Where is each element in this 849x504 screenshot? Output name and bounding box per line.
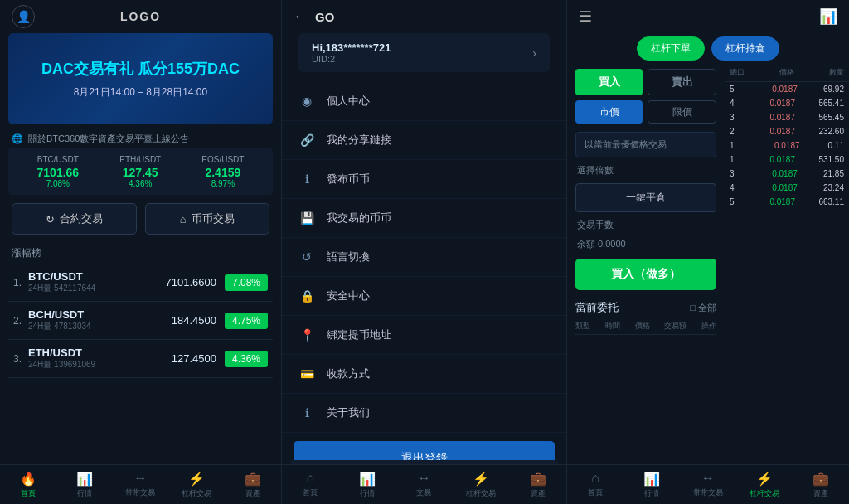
coin-trading-btn[interactable]: ⌂ 币币交易 xyxy=(145,203,270,235)
rank-pair: ETH/USDT xyxy=(28,346,172,359)
tab-leverage-position[interactable]: 杠杆持倉 xyxy=(711,36,779,61)
right-nav-coin[interactable]: ↔ 带带交易 xyxy=(680,465,736,504)
list-item[interactable]: 2 0.0187 232.60 xyxy=(725,124,849,138)
ob-qty: 0.11 xyxy=(828,141,844,150)
contract-label: 合約交易 xyxy=(60,211,103,226)
buy-main-button[interactable]: 買入（做多） xyxy=(575,259,716,290)
table-row[interactable]: 1. BTC/USDT 24H量 542117644 7101.6600 7.0… xyxy=(8,264,273,302)
action-row: ↻ 合約交易 ⌂ 币币交易 xyxy=(0,195,281,243)
user-header[interactable]: Hi,183*******721 UID:2 › xyxy=(298,33,550,72)
menu-label-language: 語言切換 xyxy=(327,250,370,264)
chevron-right-icon: › xyxy=(532,46,536,60)
list-item[interactable]: 5 0.0187 663.11 xyxy=(725,195,849,209)
ob-qty: 69.92 xyxy=(823,85,844,94)
buy-tab[interactable]: 買入 xyxy=(575,69,643,95)
right-nav-assets[interactable]: 💼 資產 xyxy=(793,465,849,504)
right-nav-home[interactable]: ⌂ 首頁 xyxy=(567,465,623,504)
price-row: BTC/USDT 7101.66 7.08% ETH/USDT 127.45 4… xyxy=(8,148,273,195)
list-item[interactable]: 3 0.0187 21.85 xyxy=(725,167,849,181)
about-icon: ℹ xyxy=(298,405,315,421)
contract-trading-btn[interactable]: ↻ 合約交易 xyxy=(12,203,137,235)
hamburger-icon[interactable]: ☰ xyxy=(579,7,592,26)
home-icon: 🔥 xyxy=(20,471,36,487)
orders-all[interactable]: □ 全部 xyxy=(690,302,716,314)
table-row[interactable]: 3. ETH/USDT 24H量 139691069 127.4500 4.36… xyxy=(8,340,273,378)
col-time: 時間 xyxy=(605,321,620,332)
coin-label: 币币交易 xyxy=(192,211,235,226)
rank-info: ETH/USDT 24H量 139691069 xyxy=(28,346,172,371)
nav-market[interactable]: 📊 行情 xyxy=(56,465,113,504)
menu-item-share[interactable]: 🔗 我的分享鏈接 xyxy=(282,121,566,160)
list-item[interactable]: 1 0.0187 531.50 xyxy=(725,153,849,167)
col-amount: 交易額 xyxy=(664,321,686,332)
menu-item-payment[interactable]: 💳 收款方式 xyxy=(282,355,566,394)
mid-home-icon: ⌂ xyxy=(306,471,314,486)
orders-header: 當前委托 □ 全部 xyxy=(575,300,716,315)
rank-pair: BCH/USDT xyxy=(28,308,172,321)
ob-price-buy: 0.0187 xyxy=(772,183,798,192)
user-avatar[interactable]: 👤 xyxy=(12,5,35,28)
list-item[interactable]: 3 0.0187 565.45 xyxy=(725,110,849,124)
ob-qty: 663.11 xyxy=(818,197,844,206)
col-action: 操作 xyxy=(701,321,716,332)
price-btc-label: BTC/USDT xyxy=(37,155,79,164)
assets-icon: 💼 xyxy=(245,471,261,487)
menu-item-language[interactable]: ↺ 語言切換 xyxy=(282,238,566,277)
nav-home[interactable]: 🔥 首頁 xyxy=(0,465,56,504)
ob-num: 3 xyxy=(730,169,746,178)
ob-qty: 531.50 xyxy=(818,155,844,164)
table-row[interactable]: 2. BCH/USDT 24H量 47813034 184.4500 4.75% xyxy=(8,302,273,340)
right-nav-leverage[interactable]: ⚡ 杠杆交易 xyxy=(736,465,793,504)
nav-coin-trade[interactable]: ↔ 带带交易 xyxy=(113,465,169,504)
list-item[interactable]: 4 0.0187 565.41 xyxy=(725,96,849,110)
mid-nav-assets-label: 資產 xyxy=(531,488,546,499)
mid-nav-leverage[interactable]: ⚡ 杠杆交易 xyxy=(453,465,510,504)
market-limit-tabs: 市價 限價 xyxy=(567,100,725,128)
ob-col-total: 總口 xyxy=(730,67,745,78)
menu-item-address[interactable]: 📍 綁定提币地址 xyxy=(282,316,566,355)
rank-pair: BTC/USDT xyxy=(28,270,166,283)
sell-tab[interactable]: 賣出 xyxy=(648,69,716,95)
ob-price: 0.0187 xyxy=(769,127,795,136)
right-nav-market[interactable]: 📊 行情 xyxy=(623,465,680,504)
right-nav-assets-label: 資產 xyxy=(813,488,828,499)
mid-nav-coin[interactable]: ↔ 交易 xyxy=(395,465,453,504)
menu-item-profile[interactable]: ◉ 個人中心 xyxy=(282,82,566,121)
limit-tab[interactable]: 限價 xyxy=(648,100,716,124)
rank-num: 1. xyxy=(13,277,28,288)
chart-icon[interactable]: 📊 xyxy=(819,7,837,26)
menu-label-about: 关于我们 xyxy=(327,405,370,420)
market-tab[interactable]: 市價 xyxy=(575,100,643,124)
list-item[interactable]: 4 0.0187 23.24 xyxy=(725,181,849,195)
profile-icon: ◉ xyxy=(298,93,315,109)
market-icon: 📊 xyxy=(76,471,93,487)
fee-label: 交易手数 xyxy=(577,219,614,231)
menu-item-security[interactable]: 🔒 安全中心 xyxy=(282,277,566,316)
notice-icon: 🌐 xyxy=(12,133,23,144)
list-item[interactable]: 1 0.0187 0.11 xyxy=(725,138,849,153)
price-eos: EOS/USDT 2.4159 8.97% xyxy=(201,155,244,188)
menu-item-about[interactable]: ℹ 关于我们 xyxy=(282,394,566,433)
menu-label-profile: 個人中心 xyxy=(327,94,370,109)
right-bottom-nav: ⌂ 首頁 📊 行情 ↔ 带带交易 ⚡ 杠杆交易 💼 資產 xyxy=(567,464,849,504)
rank-vol: 24H量 47813034 xyxy=(28,321,172,332)
rank-vol: 24H量 139691069 xyxy=(28,359,172,371)
back-button[interactable]: ← xyxy=(294,9,307,24)
menu-item-mycoins[interactable]: 💾 我交易的币币 xyxy=(282,199,566,238)
list-item[interactable]: 5 0.0187 69.92 xyxy=(725,82,849,96)
mid-nav-market[interactable]: 📊 行情 xyxy=(339,465,396,504)
notice-bar: 🌐 關於BTC360數字資產交易平臺上線公告 xyxy=(0,129,281,148)
ranking-title: 漲幅榜 xyxy=(0,243,281,264)
logout-button[interactable]: 退出登錄 xyxy=(294,441,555,460)
mid-nav-home[interactable]: ⌂ 首頁 xyxy=(282,465,339,504)
menu-item-publish[interactable]: ℹ 發布币币 xyxy=(282,160,566,199)
share-icon: 🔗 xyxy=(298,132,315,148)
price-eth: ETH/USDT 127.45 4.36% xyxy=(119,155,161,188)
tab-leverage-order[interactable]: 杠杆下單 xyxy=(637,36,705,61)
right-panel: ☰ 📊 杠杆下單 杠杆持倉 買入 賣出 市價 限價 以當前最優價格交易 選擇倍數… xyxy=(567,0,849,504)
nav-leverage[interactable]: ⚡ 杠杆交易 xyxy=(168,465,225,504)
mid-nav-assets[interactable]: 💼 資產 xyxy=(509,465,566,504)
nav-assets[interactable]: 💼 資產 xyxy=(225,465,281,504)
quick-close-button[interactable]: 一鍵平倉 xyxy=(575,183,716,212)
nav-leverage-label: 杠杆交易 xyxy=(182,488,211,499)
